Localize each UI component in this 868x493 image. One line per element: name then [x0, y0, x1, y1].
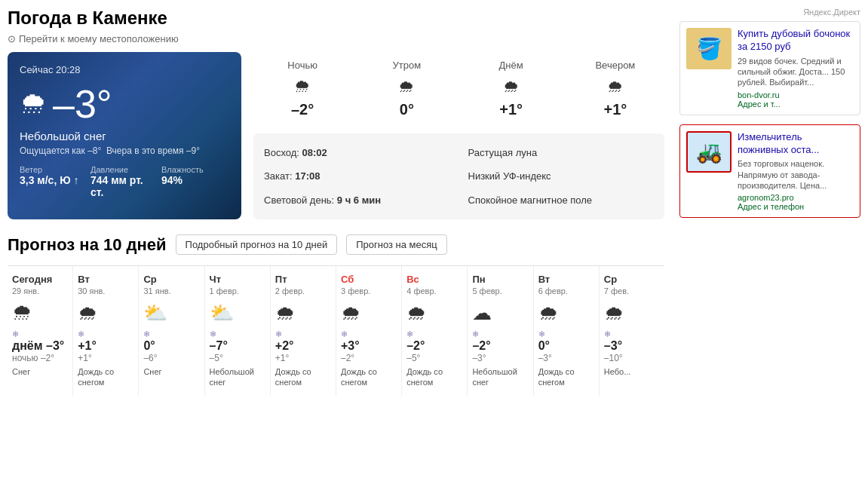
- moon-info: Растущая луна: [468, 144, 655, 161]
- current-weather-icon: 🌨: [20, 88, 47, 120]
- forecast-grid: Сегодня 29 янв. 🌨 ❄ днём –3° ночью –2° С…: [8, 265, 664, 396]
- day-3-desc: Небольшой снег: [210, 366, 265, 388]
- day-4-name: Пт: [275, 274, 331, 285]
- day-5-icon: 🌧: [341, 302, 397, 325]
- day-7-high: –2°: [472, 339, 528, 353]
- forecast-day-0: Сегодня 29 янв. 🌨 ❄ днём –3° ночью –2° С…: [8, 266, 73, 396]
- sunrise-label: Восход:: [264, 147, 299, 158]
- tod-day-icon: 🌧: [465, 77, 557, 96]
- tod-day: Днём 🌧 +1°: [462, 52, 560, 126]
- magnetic-label: Спокойное магнитное поле: [468, 194, 593, 206]
- day-7-desc: Небольшой снег: [472, 366, 528, 388]
- day-6-desc: Дождь со снегом: [406, 366, 462, 388]
- ad-block-2[interactable]: 🚜 Измельчитель пожнивных оста... Без тор…: [679, 124, 860, 219]
- monthly-forecast-button[interactable]: Прогноз на месяц: [346, 234, 447, 255]
- day-2-date: 31 янв.: [143, 286, 199, 295]
- day-4-date: 2 февр.: [275, 286, 331, 295]
- ad-2-desc: Без торговых наценок. Напрямую от завода…: [738, 158, 854, 191]
- day-2-desc: Снег: [143, 366, 199, 377]
- tod-morning-label: Утром: [360, 60, 452, 71]
- location-link[interactable]: ⊙ Перейти к моему местоположению: [8, 33, 664, 44]
- day-0-icon: 🌨: [12, 302, 68, 325]
- day-1-icon: 🌧: [78, 302, 133, 325]
- tod-morning-icon: 🌧: [360, 77, 452, 96]
- ad-2-image: 🚜: [686, 131, 732, 173]
- day-2-name: Ср: [143, 274, 199, 285]
- ad-1-text: Купить дубовый бочонок за 2150 руб 29 ви…: [738, 28, 854, 109]
- sunset-value: 17:08: [295, 170, 320, 182]
- day-9-name: Ср: [604, 274, 660, 285]
- sun-info-block: Восход: 08:02 Растущая луна Закат: 17:08…: [253, 133, 664, 219]
- day-9-desc: Небо...: [604, 366, 660, 377]
- detailed-forecast-button[interactable]: Подробный прогноз на 10 дней: [176, 234, 338, 255]
- ad-1-link: bon-dvor.ru: [738, 90, 854, 100]
- forecast-day-5: Сб 3 февр. 🌧 ❄ +3° –2° Дождь со снегом: [336, 266, 402, 396]
- day-7-low: –3°: [472, 353, 528, 363]
- day-7-name: Пн: [472, 274, 528, 285]
- day-3-high: –7°: [210, 339, 265, 353]
- uv-info: Низкий УФ-индекс: [468, 167, 655, 185]
- timeofday-forecast: Ночью 🌨 –2° Утром 🌧 0° Днём 🌧 +1°: [253, 52, 664, 126]
- sunrise-info: Восход: 08:02: [264, 144, 450, 161]
- sunrise-value: 08:02: [302, 147, 327, 158]
- day-5-high: +3°: [341, 339, 397, 353]
- day-7-date: 5 февр.: [472, 286, 528, 295]
- day-8-high: 0°: [538, 339, 594, 353]
- ad-2-link2[interactable]: Адрес и телефон: [738, 202, 854, 211]
- day-3-date: 1 февр.: [210, 286, 265, 295]
- day-6-low: –5°: [406, 353, 462, 363]
- day-1-date: 30 янв.: [78, 286, 133, 295]
- day-4-icon: 🌧: [275, 302, 331, 325]
- page-title: Погода в Каменке: [8, 8, 664, 29]
- day-8-low: –3°: [538, 353, 594, 363]
- forecast-title: Прогноз на 10 дней: [8, 235, 167, 255]
- feels-like: Ощущается как –8° Вчера в это время –9°: [20, 145, 229, 156]
- ad-1-title[interactable]: Купить дубовый бочонок за 2150 руб: [738, 28, 854, 54]
- tod-night-label: Ночью: [256, 60, 348, 71]
- forecast-day-7: Пн 5 февр. ☁ ❄ –2° –3° Небольшой снег: [468, 266, 533, 396]
- day-2-low: –6°: [143, 353, 199, 363]
- day-0-name: Сегодня: [12, 274, 68, 285]
- day-1-name: Вт: [78, 274, 133, 285]
- tod-evening-temp: +1°: [569, 101, 661, 118]
- tod-night-temp: –2°: [256, 101, 348, 118]
- day-9-icon: 🌧: [604, 302, 660, 325]
- day-6-date: 4 февр.: [406, 286, 462, 295]
- day-2-high: 0°: [143, 339, 199, 353]
- location-icon: ⊙: [8, 33, 16, 44]
- day-6-name: Вс: [406, 274, 462, 285]
- day-8-desc: Дождь со снегом: [538, 366, 594, 388]
- day-4-desc: Дождь со снегом: [275, 366, 331, 388]
- tod-evening: Вечером 🌧 +1°: [566, 52, 664, 126]
- uv-label: Низкий УФ-индекс: [468, 170, 551, 182]
- tod-night: Ночью 🌨 –2°: [253, 52, 351, 126]
- forecast-header: Прогноз на 10 дней Подробный прогноз на …: [8, 234, 664, 255]
- day-0-desc: Снег: [12, 366, 68, 377]
- tod-evening-icon: 🌧: [569, 77, 661, 96]
- moon-label: Растущая луна: [468, 147, 538, 158]
- wind-label: Ветер: [20, 165, 87, 174]
- daylight-label: Световой день:: [264, 194, 334, 206]
- ad-1-link2[interactable]: Адрес и т...: [738, 100, 854, 109]
- ad-2-title[interactable]: Измельчитель пожнивных оста...: [738, 131, 854, 157]
- forecast-day-2: Ср 31 янв. ⛅ ❄ 0° –6° Снег: [139, 266, 204, 396]
- day-0-low: ночью –2°: [12, 353, 68, 363]
- daylight-value: 9 ч 6 мин: [337, 194, 381, 206]
- day-2-icon: ⛅: [143, 302, 199, 325]
- day-1-low: +1°: [78, 353, 133, 363]
- tod-night-icon: 🌨: [256, 77, 348, 96]
- day-5-desc: Дождь со снегом: [341, 366, 397, 388]
- day-9-date: 7 фев.: [604, 286, 660, 295]
- day-3-low: –5°: [210, 353, 265, 363]
- day-1-high: +1°: [78, 339, 133, 353]
- wind-value: 3,3 м/с, Ю ↑: [20, 174, 87, 186]
- ad-block-1[interactable]: 🪣 Купить дубовый бочонок за 2150 руб 29 …: [679, 21, 860, 115]
- sunset-info: Закат: 17:08: [264, 167, 450, 185]
- day-1-desc: Дождь со снегом: [78, 366, 133, 388]
- tod-morning: Утром 🌧 0°: [357, 52, 455, 126]
- day-8-name: Вт: [538, 274, 594, 285]
- forecast-day-8: Вт 6 февр. 🌧 ❄ 0° –3° Дождь со снегом: [534, 266, 600, 396]
- tod-day-temp: +1°: [465, 101, 557, 118]
- forecast-day-4: Пт 2 февр. 🌧 ❄ +2° +1° Дождь со снегом: [271, 266, 336, 396]
- day-3-name: Чт: [210, 274, 265, 285]
